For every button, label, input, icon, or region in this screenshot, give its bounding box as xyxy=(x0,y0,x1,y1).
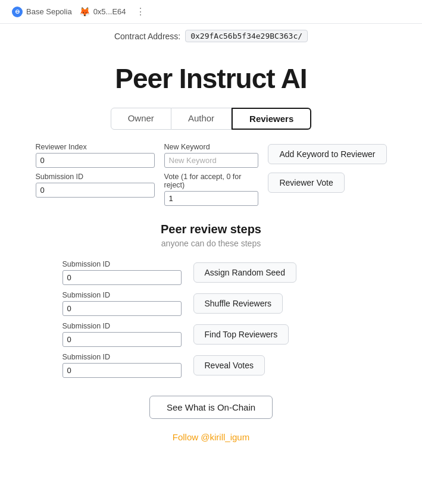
step-4-btn-wrapper: Reveal Votes xyxy=(193,355,360,375)
vote-group: Vote (1 for accept, 0 for reject) xyxy=(164,173,259,206)
contract-label: Contract Address: xyxy=(114,32,180,41)
network-label: Base Sepolia xyxy=(26,7,72,16)
wallet-badge[interactable]: 🦊 0x5...E64 xyxy=(79,7,126,17)
step-2-btn-wrapper: Shuffle Reviewers xyxy=(193,293,360,314)
step-3-btn-wrapper: Find Top Reviewers xyxy=(193,324,360,345)
network-symbol: ⊖ xyxy=(15,8,20,15)
step-3-label: Submission ID xyxy=(62,322,182,330)
contract-address-value[interactable]: 0x29fAc56b5f34e29BC363c/ xyxy=(185,30,308,42)
reviewers-form-grid: Reviewer Index New Keyword Add Keyword t… xyxy=(36,143,387,206)
step-3-field: Submission ID xyxy=(62,322,182,347)
top-bar: ⊖ Base Sepolia 🦊 0x5...E64 ⋮ xyxy=(0,0,422,24)
step-2-input[interactable] xyxy=(62,301,182,316)
reveal-votes-button[interactable]: Reveal Votes xyxy=(193,355,265,375)
submission-id-group-1: Submission ID xyxy=(36,173,155,198)
follow-link[interactable]: Follow @kirill_igum xyxy=(173,432,249,442)
on-chain-button[interactable]: See What is On-Chain xyxy=(149,396,273,419)
step-2-label: Submission ID xyxy=(62,291,182,299)
more-options-icon[interactable]: ⋮ xyxy=(136,6,145,17)
wallet-emoji: 🦊 xyxy=(79,7,90,17)
tab-owner[interactable]: Owner xyxy=(111,108,171,130)
reviewer-index-label: Reviewer Index xyxy=(36,143,155,151)
step-1-btn-wrapper: Assign Random Seed xyxy=(193,262,360,283)
add-keyword-button[interactable]: Add Keyword to Reviewer xyxy=(268,144,386,164)
step-4-label: Submission ID xyxy=(62,353,182,361)
vote-label: Vote (1 for accept, 0 for reject) xyxy=(164,173,259,189)
wallet-address: 0x5...E64 xyxy=(93,7,126,16)
reviewer-index-group: Reviewer Index xyxy=(36,143,155,168)
peer-review-title: Peer review steps xyxy=(18,223,404,236)
step-2-field: Submission ID xyxy=(62,291,182,316)
tabs: Owner Author Reviewers xyxy=(0,108,422,130)
step-3-input[interactable] xyxy=(62,332,182,347)
assign-random-seed-button[interactable]: Assign Random Seed xyxy=(193,262,296,283)
step-1-label: Submission ID xyxy=(62,260,182,268)
reviewer-vote-wrapper: Reviewer Vote xyxy=(268,173,386,194)
submission-id-label-1: Submission ID xyxy=(36,173,155,181)
submission-id-input-1[interactable] xyxy=(36,183,155,198)
step-1-field: Submission ID xyxy=(62,260,182,285)
new-keyword-input[interactable] xyxy=(164,153,259,168)
vote-input[interactable] xyxy=(164,191,259,206)
network-badge[interactable]: ⊖ Base Sepolia xyxy=(12,7,72,17)
follow-section: Follow @kirill_igum xyxy=(0,432,422,461)
on-chain-section: See What is On-Chain xyxy=(0,396,422,419)
new-keyword-label: New Keyword xyxy=(164,143,259,151)
tab-author[interactable]: Author xyxy=(171,108,232,130)
reviewer-vote-button[interactable]: Reviewer Vote xyxy=(268,173,344,193)
tab-reviewers[interactable]: Reviewers xyxy=(232,108,311,130)
new-keyword-group: New Keyword xyxy=(164,143,259,168)
find-top-reviewers-button[interactable]: Find Top Reviewers xyxy=(193,324,289,345)
step-1-input[interactable] xyxy=(62,270,182,285)
network-icon: ⊖ xyxy=(12,7,23,17)
step-4-field: Submission ID xyxy=(62,353,182,378)
peer-review-subtitle: anyone can do these steps xyxy=(18,239,404,248)
action-buttons: Add Keyword to Reviewer xyxy=(268,143,386,164)
page-title: Peer Instruct AI xyxy=(0,46,422,108)
step-4-input[interactable] xyxy=(62,363,182,378)
peer-review-section: Peer review steps anyone can do these st… xyxy=(0,223,422,378)
reviewers-section: Reviewer Index New Keyword Add Keyword t… xyxy=(18,143,405,206)
shuffle-reviewers-button[interactable]: Shuffle Reviewers xyxy=(193,293,283,314)
reviewer-index-input[interactable] xyxy=(36,153,155,168)
steps-grid: Submission ID Assign Random Seed Submiss… xyxy=(62,260,360,378)
contract-bar: Contract Address: 0x29fAc56b5f34e29BC363… xyxy=(0,24,422,46)
